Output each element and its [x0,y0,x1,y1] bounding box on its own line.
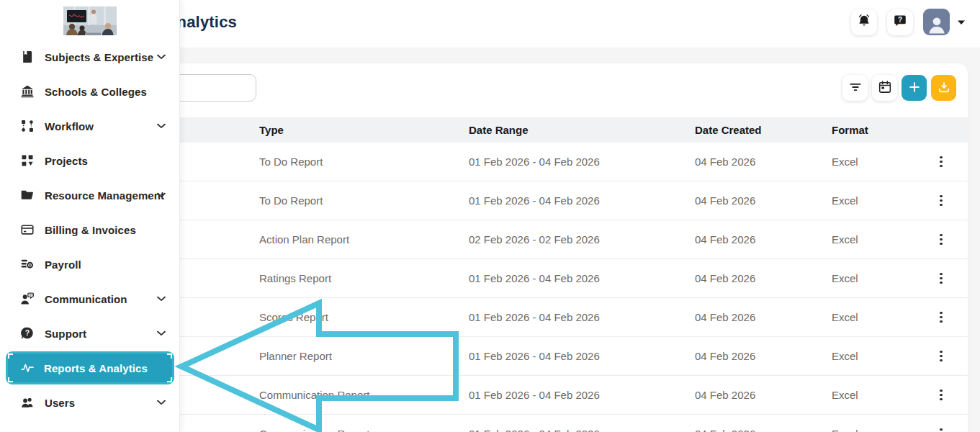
sidebar-item-schools-colleges[interactable]: Schools & Colleges [0,74,180,109]
cell-type: To Do Report [259,194,469,207]
sidebar-item-label: Payroll [45,258,81,271]
chevron-down-icon [157,193,166,198]
calendar-button[interactable] [872,75,897,101]
chevron-down-icon [157,55,166,60]
active-item-highlight[interactable]: Reports & Analytics [6,351,174,384]
cell-date-range: 02 Feb 2026 - 02 Feb 2026 [469,233,695,246]
row-actions-kebab-button[interactable] [931,307,951,328]
sidebar-item-users[interactable]: Users [0,385,180,420]
sidebar-item-label: Schools & Colleges [45,86,147,98]
download-icon [937,80,951,96]
book-icon [20,50,35,64]
cell-type: To Do Report [259,156,469,168]
chevron-down-icon [157,124,166,129]
calendar-icon [878,80,892,96]
row-actions-kebab-button[interactable] [931,230,951,250]
profile-dropdown-caret[interactable] [957,19,966,25]
sidebar-item-resource-management[interactable]: Resource Management [0,178,180,212]
folder-icon [20,188,35,202]
cell-date-created: 04 Feb 2026 [695,194,832,207]
help-icon: ? [893,14,907,31]
row-actions-kebab-button[interactable] [931,346,951,366]
chevron-down-icon [157,297,166,302]
support-icon: ? [20,326,35,341]
communication-icon [20,292,35,306]
row-actions-kebab-button[interactable] [931,152,951,172]
sidebar-item-label: Subjects & Expertise [45,51,153,63]
cell-date-created: 04 Feb 2026 [695,156,832,168]
filter-icon [848,80,863,96]
cell-date-range: 01 Feb 2026 - 04 Feb 2026 [469,350,695,362]
cell-format: Excel [832,194,914,207]
cell-date-created: 04 Feb 2026 [695,428,832,432]
cell-date-created: 04 Feb 2026 [695,311,832,323]
svg-text:?: ? [898,16,902,24]
row-actions-kebab-button[interactable] [931,191,951,211]
sidebar: Subjects & Expertise Schools & Colleges … [0,0,180,432]
billing-icon [20,222,35,237]
chevron-down-icon [157,400,166,405]
cell-date-range: 01 Feb 2026 - 04 Feb 2026 [469,311,695,323]
help-button[interactable]: ? [887,9,913,35]
cell-format: Excel [832,272,914,284]
cell-date-created: 04 Feb 2026 [695,350,832,362]
cell-date-created: 04 Feb 2026 [695,272,832,284]
sidebar-item-communication[interactable]: Communication [0,282,180,316]
notification-bell-button[interactable] [851,9,877,35]
sidebar-item-subjects-expertise[interactable]: Subjects & Expertise [0,40,180,74]
sidebar-item-reports-analytics[interactable]: Reports & Analytics [0,351,180,385]
sidebar-nav: Subjects & Expertise Schools & Colleges … [0,40,180,420]
cell-format: Excel [832,428,914,432]
row-actions-kebab-button[interactable] [931,385,951,405]
column-header-type: Type [259,124,469,136]
row-actions-kebab-button[interactable] [931,269,951,289]
reports-pulse-icon [20,361,35,375]
cell-format: Excel [832,311,914,323]
row-actions-kebab-button[interactable] [931,424,951,432]
cell-type: Ratings Report [259,272,469,284]
column-header-format: Format [832,124,914,136]
school-icon [20,84,35,99]
sidebar-item-label: Workflow [45,120,94,132]
avatar-person-icon [926,14,948,35]
cell-type: Scores Report [259,311,469,323]
cell-date-range: 01 Feb 2026 - 04 Feb 2026 [469,428,695,432]
cell-format: Excel [832,350,914,362]
cell-type: Action Plan Report [259,233,469,246]
chevron-down-icon [957,19,966,25]
user-avatar[interactable] [923,9,950,35]
sidebar-item-label: Reports & Analytics [44,362,148,374]
sidebar-item-label: Projects [45,155,88,167]
chevron-down-icon [157,331,166,336]
header-actions: ? [851,9,966,35]
cell-date-created: 04 Feb 2026 [695,389,832,401]
cell-format: Excel [832,389,914,401]
column-header-date-range: Date Range [469,124,695,136]
cell-format: Excel [832,156,914,168]
sidebar-item-workflow[interactable]: Workflow [0,109,180,143]
column-header-date-created: Date Created [695,124,832,136]
cell-date-range: 01 Feb 2026 - 04 Feb 2026 [469,156,695,168]
sidebar-item-billing-invoices[interactable]: Billing & Invoices [0,212,180,247]
cell-type: Planner Report [259,350,469,362]
card-toolbar [842,75,956,101]
projects-icon [20,153,35,168]
sidebar-item-support[interactable]: ? Support [0,316,180,351]
cell-date-range: 01 Feb 2026 - 04 Feb 2026 [469,194,695,207]
users-icon [20,395,35,410]
sidebar-item-payroll[interactable]: Payroll [0,247,180,282]
cell-type: Communication Report [259,389,469,401]
bell-icon [857,14,871,31]
cell-format: Excel [832,233,914,246]
cell-type: Communication Report [259,428,469,432]
sidebar-item-label: Users [45,397,75,409]
download-button[interactable] [931,75,956,101]
filter-button[interactable] [842,75,868,101]
sidebar-item-label: Support [45,328,86,340]
cell-date-range: 01 Feb 2026 - 04 Feb 2026 [469,389,695,401]
sidebar-item-projects[interactable]: Projects [0,143,180,178]
logo-image [63,6,117,35]
add-report-button[interactable] [902,75,927,101]
workflow-icon [20,119,35,133]
sidebar-item-label: Billing & Invoices [45,224,136,236]
